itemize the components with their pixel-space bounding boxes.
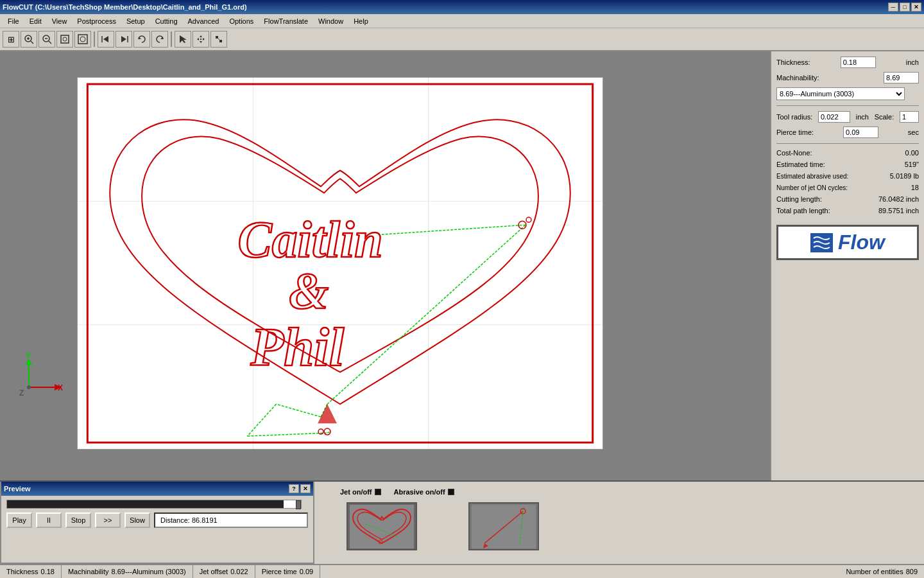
pause-button[interactable]: II bbox=[36, 512, 62, 528]
fast-forward-button[interactable]: >> bbox=[95, 512, 121, 528]
menu-options[interactable]: Options bbox=[224, 16, 259, 26]
status-machinability: Machinability 8.69---Aluminum (3003) bbox=[62, 565, 193, 578]
titlebar-title: FlowCUT (C:\Users\TechShop Member\Deskto… bbox=[3, 3, 247, 11]
menu-window[interactable]: Window bbox=[313, 16, 348, 26]
svg-text:Caitlin: Caitlin bbox=[238, 211, 383, 268]
svg-point-42 bbox=[526, 217, 531, 222]
svg-marker-20 bbox=[197, 38, 199, 40]
estimated-abrasive-label: Estimated abrasive used: bbox=[776, 173, 848, 180]
pan-right-button[interactable] bbox=[116, 31, 132, 48]
menu-setup[interactable]: Setup bbox=[121, 16, 150, 26]
status-entities-label: Number of entities bbox=[846, 568, 903, 575]
thickness-input[interactable] bbox=[841, 57, 876, 68]
cost-none-label: Cost-None: bbox=[776, 149, 812, 157]
preview-progress-track[interactable] bbox=[6, 500, 302, 509]
flow-logo-icon bbox=[810, 233, 833, 252]
svg-line-25 bbox=[217, 37, 221, 41]
material-select[interactable]: 8.69---Aluminum (3003) bbox=[776, 87, 905, 100]
thumbnail-2[interactable] bbox=[468, 502, 539, 550]
zoom-out-button[interactable] bbox=[38, 31, 55, 48]
svg-rect-22 bbox=[200, 39, 201, 40]
cost-none-value: 0.00 bbox=[905, 149, 919, 157]
menu-edit[interactable]: Edit bbox=[24, 16, 47, 26]
statusbar: Thickness 0.18 Machinability 8.69---Alum… bbox=[0, 564, 924, 578]
minimize-button[interactable]: ─ bbox=[888, 3, 898, 12]
machinability-input[interactable] bbox=[884, 72, 919, 83]
play-button[interactable]: Play bbox=[6, 512, 32, 528]
material-select-row: 8.69---Aluminum (3003) bbox=[776, 87, 919, 100]
svg-rect-55 bbox=[350, 505, 414, 548]
select-button[interactable] bbox=[175, 31, 191, 48]
pan-left-button[interactable] bbox=[98, 31, 114, 48]
zoom-fit-button[interactable] bbox=[74, 31, 91, 48]
svg-rect-58 bbox=[472, 505, 536, 548]
svg-line-1 bbox=[31, 41, 33, 44]
svg-line-39 bbox=[248, 433, 328, 436]
thickness-label: Thickness: bbox=[776, 58, 810, 66]
fit-view-button[interactable]: ⊞ bbox=[3, 31, 19, 48]
maximize-button[interactable]: □ bbox=[900, 3, 910, 12]
slow-button[interactable]: Slow bbox=[124, 512, 150, 528]
zoom-in-button[interactable] bbox=[21, 31, 37, 48]
scale-input[interactable] bbox=[900, 111, 919, 123]
svg-marker-11 bbox=[103, 36, 108, 42]
status-thickness: Thickness 0.18 bbox=[0, 565, 62, 578]
estimated-time-row: Estimated time: 519" bbox=[776, 161, 919, 168]
pierce-time-unit: sec bbox=[908, 128, 919, 136]
main-svg: Caitlin & Phil bbox=[78, 78, 603, 449]
preview-title: Preview bbox=[4, 485, 31, 493]
canvas-area[interactable]: Caitlin & Phil bbox=[0, 51, 770, 480]
status-pierce-time: Pierce time 0.09 bbox=[255, 565, 320, 578]
menu-help[interactable]: Help bbox=[348, 16, 373, 26]
jet-on-cycles-value: 18 bbox=[911, 184, 919, 191]
abrasive-on-color bbox=[448, 489, 454, 495]
menu-file[interactable]: File bbox=[3, 16, 24, 26]
svg-point-10 bbox=[80, 37, 85, 42]
status-pierce-time-label: Pierce time bbox=[262, 568, 297, 575]
status-pierce-time-value: 0.09 bbox=[300, 568, 313, 575]
svg-marker-19 bbox=[200, 41, 202, 43]
status-entities: Number of entities 809 bbox=[839, 565, 924, 578]
jet-on-cycles-row: Number of jet ON cycles: 18 bbox=[776, 184, 919, 191]
svg-line-37 bbox=[276, 404, 321, 417]
svg-marker-21 bbox=[203, 38, 205, 40]
svg-rect-9 bbox=[78, 35, 87, 44]
tool-radius-input[interactable] bbox=[818, 111, 850, 123]
thumbnail-1[interactable] bbox=[346, 502, 417, 550]
axis-indicator: Y X Z bbox=[13, 352, 64, 403]
jet-on-color bbox=[375, 489, 381, 495]
svg-marker-45 bbox=[318, 404, 337, 423]
stop-button[interactable]: Stop bbox=[65, 512, 91, 528]
pierce-time-input[interactable] bbox=[843, 127, 878, 138]
preview-close-button[interactable]: ✕ bbox=[300, 484, 311, 493]
right-bottom: Jet on/off Abrasive on/off bbox=[314, 482, 924, 564]
menu-view[interactable]: View bbox=[47, 16, 73, 26]
toolbar: ⊞ bbox=[0, 28, 924, 51]
status-jet-offset-value: 0.022 bbox=[230, 568, 248, 575]
node-button[interactable] bbox=[210, 31, 227, 48]
move-button[interactable] bbox=[193, 31, 209, 48]
svg-line-34 bbox=[382, 225, 526, 234]
status-thickness-label: Thickness bbox=[6, 568, 38, 575]
menu-flowtranslate[interactable]: FlowTranslate bbox=[259, 16, 313, 26]
rotate-ccw-button[interactable] bbox=[133, 31, 150, 48]
preview-help-button[interactable]: ? bbox=[289, 484, 299, 493]
flow-logo-button[interactable]: Flow bbox=[776, 225, 919, 260]
abrasive-on-label: Abrasive on/off bbox=[394, 488, 445, 496]
thickness-unit: inch bbox=[906, 58, 919, 66]
close-button[interactable]: ✕ bbox=[911, 3, 921, 12]
svg-point-8 bbox=[63, 37, 67, 41]
flow-logo-text: Flow bbox=[838, 231, 885, 254]
zoom-window-button[interactable] bbox=[56, 31, 73, 48]
thumbnails-row bbox=[327, 502, 911, 550]
menu-advanced[interactable]: Advanced bbox=[183, 16, 225, 26]
rotate-cw-button[interactable] bbox=[151, 31, 168, 48]
distance-display: Distance: 86.8191 bbox=[154, 512, 308, 528]
estimated-abrasive-value: 5.0189 lb bbox=[890, 172, 919, 180]
svg-marker-18 bbox=[200, 35, 202, 37]
preview-progress-fill bbox=[7, 500, 284, 508]
separator-1 bbox=[776, 105, 919, 106]
svg-line-38 bbox=[248, 404, 277, 436]
menu-cutting[interactable]: Cutting bbox=[150, 16, 183, 26]
menu-postprocess[interactable]: Postprocess bbox=[72, 16, 121, 26]
